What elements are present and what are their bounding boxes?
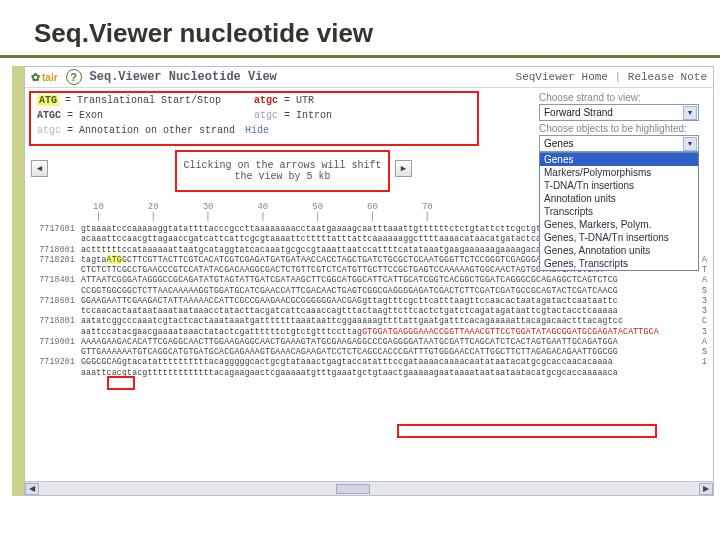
objects-option[interactable]: Markers/Polymorphisms bbox=[540, 166, 698, 179]
objects-option[interactable]: Genes, Annotation units bbox=[540, 244, 698, 257]
legend-exon-label: = Exon bbox=[67, 110, 103, 121]
objects-option[interactable]: T-DNA/Tn insertions bbox=[540, 179, 698, 192]
scroll-thumb[interactable] bbox=[336, 484, 370, 494]
legend-region: ATG = Translational Start/Stop atgc = UT… bbox=[25, 88, 713, 196]
sequence-position: 7718801 bbox=[29, 316, 81, 326]
objects-option[interactable]: Genes, Markers, Polym. bbox=[540, 218, 698, 231]
legend-exon-key: ATGC bbox=[37, 110, 61, 121]
strand-select[interactable]: Forward Strand ▾ bbox=[539, 104, 699, 121]
legend-utr-key: atgc bbox=[254, 95, 278, 106]
sequence-row: CCGGTGGCGGCTCTTAACAAAAAGGTGGATGCATCGAACC… bbox=[29, 286, 707, 296]
header-links: SeqViewer Home Release Note bbox=[516, 71, 707, 83]
shift-left-button[interactable]: ◀ bbox=[31, 160, 48, 177]
sequence-tail: 3 bbox=[693, 296, 707, 306]
sequence-row: GTTGAAAAAATGTCAGGCATGTGATGCACGAGAAAGTGAA… bbox=[29, 347, 707, 357]
sequence-position bbox=[29, 265, 81, 275]
viewer-controls: Choose strand to view: Forward Strand ▾ … bbox=[539, 91, 709, 271]
sequence-row: 7718401ATTAATCGGGATAGGGCCGCAGATATGTAGTAT… bbox=[29, 275, 707, 285]
sequence-tail: A bbox=[693, 275, 707, 285]
horizontal-scrollbar[interactable]: ◀ ▶ bbox=[25, 481, 713, 495]
objects-label: Choose objects to be highlighted: bbox=[539, 123, 709, 134]
objects-select[interactable]: Genes ▾ bbox=[539, 135, 699, 152]
header-left: tair ? Seq.Viewer Nucleotide View bbox=[31, 69, 277, 85]
strand-select-value: Forward Strand bbox=[544, 107, 613, 118]
scroll-right-button[interactable]: ▶ bbox=[699, 483, 713, 495]
sequence-position: 7718201 bbox=[29, 255, 81, 265]
chevron-down-icon: ▾ bbox=[683, 106, 697, 120]
link-release-notes[interactable]: Release Note bbox=[615, 71, 707, 83]
objects-option[interactable]: Genes, Transcripts bbox=[540, 257, 698, 270]
viewer-header: tair ? Seq.Viewer Nucleotide View SeqVie… bbox=[25, 67, 713, 88]
sequence-text[interactable]: tccaacactaataataaataataaacctatacttacgatc… bbox=[81, 306, 693, 316]
sequence-tail bbox=[693, 368, 707, 378]
atg-start-callout bbox=[107, 376, 135, 390]
sequence-position bbox=[29, 286, 81, 296]
shift-help-callout: Clicking on the arrows will shift the vi… bbox=[175, 150, 390, 192]
sequence-text[interactable]: GTTGAAAAAATGTCAGGCATGTGATGCACGAGAAAGTGAA… bbox=[81, 347, 693, 357]
sequence-tail: 3 bbox=[693, 327, 707, 337]
objects-option[interactable]: Genes, T-DNA/Tn insertions bbox=[540, 231, 698, 244]
sequence-row: 7719001AAAAGAAGACACATTCGAGGCAACTTGGAAGAG… bbox=[29, 337, 707, 347]
sequence-position: 7718401 bbox=[29, 275, 81, 285]
tair-logo[interactable]: tair bbox=[31, 71, 58, 84]
scroll-track[interactable] bbox=[41, 483, 697, 495]
sequence-position: 7717601 bbox=[29, 224, 81, 234]
legend-start-stop-key: ATG bbox=[37, 95, 59, 106]
sequence-position: 7718601 bbox=[29, 296, 81, 306]
sequence-text[interactable]: aattccatacgaacgaaaataaactatactcgattttttc… bbox=[81, 327, 693, 337]
legend-utr-label: = UTR bbox=[284, 95, 314, 106]
sequence-text[interactable]: ATTAATCGGGATAGGGCCGCAGATATGTAGTATTGATCGA… bbox=[81, 275, 693, 285]
link-seqviewer-home[interactable]: SeqViewer Home bbox=[516, 71, 608, 83]
shift-help-text: Clicking on the arrows will shift the vi… bbox=[183, 160, 382, 182]
sequence-text[interactable]: GGGCGCAGgtacatattttttttttacagggggcactgcg… bbox=[81, 357, 693, 367]
ruler-tick: 40 | bbox=[257, 202, 268, 222]
ruler-tick: 50 | bbox=[312, 202, 323, 222]
utr-region-callout bbox=[397, 424, 657, 438]
objects-select-value: Genes bbox=[544, 138, 573, 149]
objects-option[interactable]: Annotation units bbox=[540, 192, 698, 205]
ruler-tick: 70 | bbox=[422, 202, 433, 222]
sequence-tail: S bbox=[693, 347, 707, 357]
sequence-tail: 3 bbox=[693, 306, 707, 316]
sequence-position bbox=[29, 327, 81, 337]
viewer-canvas: tair ? Seq.Viewer Nucleotide View SeqVie… bbox=[24, 66, 714, 496]
sequence-row: aattccatacgaacgaaaataaactatactcgattttttc… bbox=[29, 327, 707, 337]
sequence-text[interactable]: AAAAGAAGACACATTCGAGGCAACTTGGAAGAGGCAACTG… bbox=[81, 337, 693, 347]
sequence-row: 7719201GGGCGCAGgtacatattttttttttacaggggg… bbox=[29, 357, 707, 367]
sequence-row: 7718601GGAAGAATTCGAAGACTATTAAAAACCATTCGC… bbox=[29, 296, 707, 306]
sequence-row: tccaacactaataataaataataaacctatacttacgatc… bbox=[29, 306, 707, 316]
sequence-position: 7719201 bbox=[29, 357, 81, 367]
legend-key-callout: ATG = Translational Start/Stop atgc = UT… bbox=[29, 91, 479, 146]
objects-dropdown[interactable]: GenesMarkers/PolymorphismsT-DNA/Tn inser… bbox=[539, 152, 699, 271]
legend-other-key: atgc bbox=[37, 125, 61, 136]
chevron-down-icon: ▾ bbox=[683, 137, 697, 151]
help-icon[interactable]: ? bbox=[66, 69, 82, 85]
objects-option[interactable]: Genes bbox=[540, 153, 698, 166]
sequence-text[interactable]: CCGGTGGCGGCTCTTAACAAAAAGGTGGATGCATCGAACC… bbox=[81, 286, 693, 296]
legend-intron-label: = Intron bbox=[284, 110, 332, 121]
objects-option[interactable]: Transcripts bbox=[540, 205, 698, 218]
sequence-tail: C bbox=[693, 316, 707, 326]
sequence-row: 7718801aatatcggcccaaatcgtactcactaaataaat… bbox=[29, 316, 707, 326]
slide-title: Seq.Viewer nucleotide view bbox=[0, 0, 720, 55]
sequence-position bbox=[29, 347, 81, 357]
scroll-left-button[interactable]: ◀ bbox=[25, 483, 39, 495]
strand-label: Choose strand to view: bbox=[539, 92, 709, 103]
sequence-text[interactable]: GGAAGAATTCGAAGACTATTAAAAACCATTCGCCGAAGAA… bbox=[81, 296, 693, 306]
sequence-position bbox=[29, 234, 81, 244]
sequence-position: 7719001 bbox=[29, 337, 81, 347]
sequence-position bbox=[29, 368, 81, 378]
sequence-position bbox=[29, 306, 81, 316]
sequence-tail: 1 bbox=[693, 357, 707, 367]
shift-right-button[interactable]: ▶ bbox=[395, 160, 412, 177]
ruler-tick: 20 | bbox=[148, 202, 159, 222]
ruler-tick: 60 | bbox=[367, 202, 378, 222]
sequence-tail: S bbox=[693, 286, 707, 296]
legend-other-label: = Annotation on other strand bbox=[67, 125, 235, 136]
sequence-tail: A bbox=[693, 337, 707, 347]
sequence-text[interactable]: aaattcacgtacgtttttttttttttacagaagaactcga… bbox=[81, 368, 693, 378]
legend-intron-key: atgc bbox=[254, 110, 278, 121]
legend-hide-link[interactable]: Hide bbox=[245, 125, 269, 136]
legend-start-stop-label: = Translational Start/Stop bbox=[65, 95, 221, 106]
sequence-text[interactable]: aatatcggcccaaatcgtactcactaaataaatgattttt… bbox=[81, 316, 693, 326]
